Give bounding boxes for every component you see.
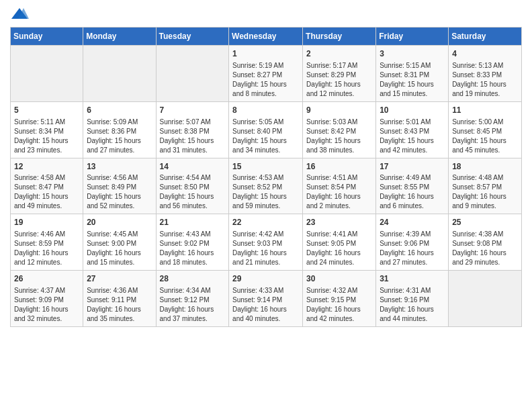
page-header (10, 7, 522, 21)
calendar-cell: 22Sunrise: 4:42 AMSunset: 9:03 PMDayligh… (229, 214, 303, 271)
day-info: Sunrise: 4:51 AMSunset: 8:54 PMDaylight:… (306, 173, 372, 211)
calendar-cell (11, 46, 83, 102)
day-number: 25 (452, 217, 518, 228)
day-info: Sunrise: 4:38 AMSunset: 9:08 PMDaylight:… (452, 230, 518, 267)
calendar-cell (83, 46, 156, 102)
day-number: 14 (160, 161, 226, 173)
calendar-cell: 14Sunrise: 4:54 AMSunset: 8:50 PMDayligh… (156, 158, 229, 214)
day-info: Sunrise: 5:01 AMSunset: 8:43 PMDaylight:… (380, 118, 445, 155)
day-number: 31 (380, 273, 445, 285)
day-number: 10 (380, 105, 445, 116)
day-number: 7 (160, 105, 226, 116)
day-info: Sunrise: 4:46 AMSunset: 8:59 PMDaylight:… (14, 230, 79, 267)
calendar-cell: 1Sunrise: 5:19 AMSunset: 8:27 PMDaylight… (229, 46, 303, 102)
day-number: 6 (87, 105, 152, 116)
calendar-cell: 2Sunrise: 5:17 AMSunset: 8:29 PMDaylight… (303, 46, 376, 102)
day-number: 8 (232, 105, 299, 116)
day-info: Sunrise: 5:05 AMSunset: 8:40 PMDaylight:… (232, 118, 299, 155)
day-info: Sunrise: 5:00 AMSunset: 8:45 PMDaylight:… (452, 118, 518, 155)
day-info: Sunrise: 5:15 AMSunset: 8:31 PMDaylight:… (380, 61, 445, 99)
day-number: 29 (232, 273, 299, 285)
day-number: 1 (232, 48, 299, 60)
day-number: 17 (380, 161, 445, 173)
calendar-cell: 15Sunrise: 4:53 AMSunset: 8:52 PMDayligh… (229, 158, 303, 214)
calendar-cell: 8Sunrise: 5:05 AMSunset: 8:40 PMDaylight… (229, 101, 303, 158)
day-info: Sunrise: 4:41 AMSunset: 9:05 PMDaylight:… (306, 230, 372, 267)
calendar-cell: 13Sunrise: 4:56 AMSunset: 8:49 PMDayligh… (83, 158, 156, 214)
day-number: 24 (380, 217, 445, 228)
calendar-cell: 31Sunrise: 4:31 AMSunset: 9:16 PMDayligh… (376, 271, 449, 327)
day-number: 19 (14, 217, 79, 228)
day-number: 18 (452, 161, 518, 173)
day-info: Sunrise: 5:17 AMSunset: 8:29 PMDaylight:… (306, 61, 372, 99)
weekday-header-saturday: Saturday (449, 28, 522, 46)
day-number: 5 (14, 105, 79, 116)
day-info: Sunrise: 5:09 AMSunset: 8:36 PMDaylight:… (87, 118, 152, 155)
day-number: 11 (452, 105, 518, 116)
calendar-cell: 24Sunrise: 4:39 AMSunset: 9:06 PMDayligh… (376, 214, 449, 271)
calendar-cell: 29Sunrise: 4:33 AMSunset: 9:14 PMDayligh… (229, 271, 303, 327)
calendar-cell: 3Sunrise: 5:15 AMSunset: 8:31 PMDaylight… (376, 46, 449, 102)
calendar-cell: 19Sunrise: 4:46 AMSunset: 8:59 PMDayligh… (11, 214, 83, 271)
calendar-cell: 25Sunrise: 4:38 AMSunset: 9:08 PMDayligh… (449, 214, 522, 271)
day-info: Sunrise: 4:53 AMSunset: 8:52 PMDaylight:… (232, 173, 299, 211)
day-info: Sunrise: 4:49 AMSunset: 8:55 PMDaylight:… (380, 173, 445, 211)
calendar-cell: 30Sunrise: 4:32 AMSunset: 9:15 PMDayligh… (303, 271, 376, 327)
day-number: 28 (160, 273, 226, 285)
calendar-cell: 5Sunrise: 5:11 AMSunset: 8:34 PMDaylight… (11, 101, 83, 158)
calendar-cell: 21Sunrise: 4:43 AMSunset: 9:02 PMDayligh… (156, 214, 229, 271)
weekday-header-tuesday: Tuesday (156, 28, 229, 46)
day-info: Sunrise: 5:07 AMSunset: 8:38 PMDaylight:… (160, 118, 226, 155)
calendar-cell: 18Sunrise: 4:48 AMSunset: 8:57 PMDayligh… (449, 158, 522, 214)
calendar-cell: 27Sunrise: 4:36 AMSunset: 9:11 PMDayligh… (83, 271, 156, 327)
day-info: Sunrise: 5:03 AMSunset: 8:42 PMDaylight:… (306, 118, 372, 155)
calendar-cell: 10Sunrise: 5:01 AMSunset: 8:43 PMDayligh… (376, 101, 449, 158)
day-info: Sunrise: 4:36 AMSunset: 9:11 PMDaylight:… (87, 286, 152, 324)
day-info: Sunrise: 5:11 AMSunset: 8:34 PMDaylight:… (14, 118, 79, 155)
day-info: Sunrise: 4:58 AMSunset: 8:47 PMDaylight:… (14, 173, 79, 211)
day-number: 2 (306, 48, 372, 60)
logo (10, 7, 32, 21)
day-number: 23 (306, 217, 372, 228)
calendar-cell: 23Sunrise: 4:41 AMSunset: 9:05 PMDayligh… (303, 214, 376, 271)
day-number: 9 (306, 105, 372, 116)
calendar-cell: 9Sunrise: 5:03 AMSunset: 8:42 PMDaylight… (303, 101, 376, 158)
day-info: Sunrise: 4:39 AMSunset: 9:06 PMDaylight:… (380, 230, 445, 267)
weekday-header-wednesday: Wednesday (229, 28, 303, 46)
day-info: Sunrise: 4:32 AMSunset: 9:15 PMDaylight:… (306, 286, 372, 324)
day-info: Sunrise: 4:45 AMSunset: 9:00 PMDaylight:… (87, 230, 152, 267)
day-info: Sunrise: 4:43 AMSunset: 9:02 PMDaylight:… (160, 230, 226, 267)
day-number: 26 (14, 273, 79, 285)
day-number: 15 (232, 161, 299, 173)
day-number: 12 (14, 161, 79, 173)
day-info: Sunrise: 4:54 AMSunset: 8:50 PMDaylight:… (160, 173, 226, 211)
day-info: Sunrise: 4:37 AMSunset: 9:09 PMDaylight:… (14, 286, 79, 324)
day-info: Sunrise: 4:56 AMSunset: 8:49 PMDaylight:… (87, 173, 152, 211)
day-info: Sunrise: 5:19 AMSunset: 8:27 PMDaylight:… (232, 61, 299, 99)
calendar-cell: 28Sunrise: 4:34 AMSunset: 9:12 PMDayligh… (156, 271, 229, 327)
calendar-cell: 16Sunrise: 4:51 AMSunset: 8:54 PMDayligh… (303, 158, 376, 214)
calendar-cell (156, 46, 229, 102)
calendar-cell (449, 271, 522, 327)
day-number: 13 (87, 161, 152, 173)
weekday-header-monday: Monday (83, 28, 156, 46)
weekday-header-sunday: Sunday (11, 28, 83, 46)
day-number: 27 (87, 273, 152, 285)
day-number: 16 (306, 161, 372, 173)
calendar-cell: 12Sunrise: 4:58 AMSunset: 8:47 PMDayligh… (11, 158, 83, 214)
day-info: Sunrise: 5:13 AMSunset: 8:33 PMDaylight:… (452, 61, 518, 99)
calendar-table: SundayMondayTuesdayWednesdayThursdayFrid… (10, 27, 522, 327)
calendar-cell: 6Sunrise: 5:09 AMSunset: 8:36 PMDaylight… (83, 101, 156, 158)
day-number: 4 (452, 48, 518, 60)
calendar-cell: 11Sunrise: 5:00 AMSunset: 8:45 PMDayligh… (449, 101, 522, 158)
day-number: 20 (87, 217, 152, 228)
day-info: Sunrise: 4:42 AMSunset: 9:03 PMDaylight:… (232, 230, 299, 267)
calendar-cell: 7Sunrise: 5:07 AMSunset: 8:38 PMDaylight… (156, 101, 229, 158)
day-number: 21 (160, 217, 226, 228)
calendar-cell: 17Sunrise: 4:49 AMSunset: 8:55 PMDayligh… (376, 158, 449, 214)
logo-icon (10, 7, 29, 21)
day-info: Sunrise: 4:48 AMSunset: 8:57 PMDaylight:… (452, 173, 518, 211)
day-info: Sunrise: 4:33 AMSunset: 9:14 PMDaylight:… (232, 286, 299, 324)
day-info: Sunrise: 4:34 AMSunset: 9:12 PMDaylight:… (160, 286, 226, 324)
day-info: Sunrise: 4:31 AMSunset: 9:16 PMDaylight:… (380, 286, 445, 324)
